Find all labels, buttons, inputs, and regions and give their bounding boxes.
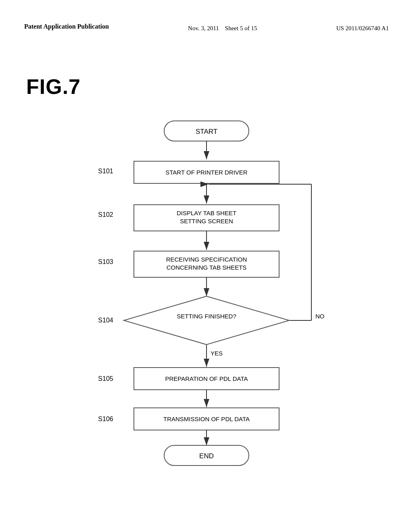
yes-label: YES	[211, 350, 223, 357]
process-text-s105: PREPARATION OF PDL DATA	[165, 375, 248, 382]
step-label-s104: S104	[98, 317, 113, 324]
step-label-s103: S103	[98, 258, 113, 265]
header: Patent Application Publication Nov. 3, 2…	[0, 0, 413, 33]
header-sheet: Sheet 5 of 15	[225, 25, 257, 31]
process-text-s102-line2: SETTING SCREEN	[180, 218, 233, 224]
process-text-s102-line1: DISPLAY TAB SHEET	[177, 210, 236, 216]
process-text-s103-line2: CONCERNING TAB SHEETS	[167, 264, 247, 271]
step-label-s106: S106	[98, 416, 113, 422]
header-date: Nov. 3, 2011	[188, 25, 219, 31]
flowchart-diagram: START S101 START OF PRINTER DRIVER NO S1…	[65, 117, 348, 468]
header-publication-label: Patent Application Publication	[24, 22, 109, 31]
decision-diamond-s104	[124, 296, 289, 345]
step-label-s101: S101	[98, 168, 113, 175]
decision-text-s104: SETTING FINISHED?	[177, 313, 236, 320]
figure-title: FIG.7	[26, 75, 81, 99]
end-label: END	[199, 452, 214, 460]
page: Patent Application Publication Nov. 3, 2…	[0, 0, 413, 532]
process-text-s106: TRANSMISSION OF PDL DATA	[163, 416, 250, 422]
step-label-s102: S102	[98, 211, 113, 218]
process-text-s101: START OF PRINTER DRIVER	[165, 169, 248, 176]
step-label-s105: S105	[98, 375, 113, 382]
header-patent-number: US 2011/0266740 A1	[336, 22, 389, 33]
no-label: NO	[315, 313, 325, 320]
process-text-s103-line1: RECEIVING SPECIFICATION	[166, 256, 247, 263]
start-label: START	[196, 128, 217, 135]
header-date-sheet: Nov. 3, 2011 Sheet 5 of 15	[188, 22, 257, 33]
